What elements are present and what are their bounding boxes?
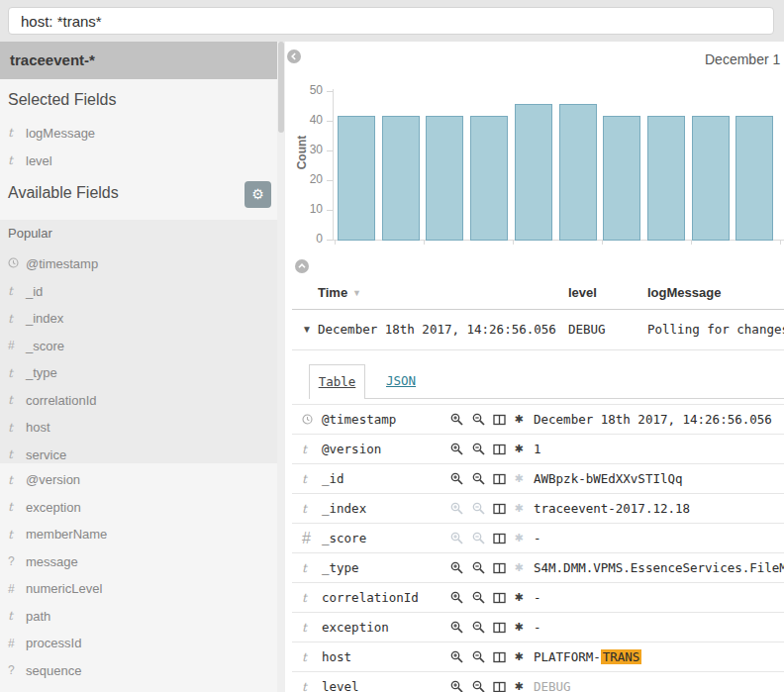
field-item-@version[interactable]: t@version [0,466,277,494]
filter-out-value-icon[interactable] [472,443,485,455]
field-item-_index[interactable]: t_index [0,305,277,333]
chevron-up-icon [298,262,306,270]
field-item-path[interactable]: tpath [0,603,277,631]
toggle-column-icon[interactable] [493,622,506,634]
filter-out-value-icon[interactable] [472,561,485,574]
field-item-message[interactable]: ?message [0,548,277,576]
filter-out-value-icon [472,532,485,544]
filter-for-field-present-icon[interactable]: ✱ [515,681,524,692]
filter-out-value-icon[interactable] [472,680,485,692]
x-tick-mark [335,241,336,245]
filter-for-field-present-icon[interactable]: ✱ [515,414,524,425]
search-input[interactable] [8,7,774,35]
field-item-logMessage[interactable]: tlogMessage [0,119,277,147]
field-type: ? [8,663,26,677]
toggle-column-icon[interactable] [493,651,506,663]
field-item-level[interactable]: tlevel [0,147,277,174]
field-type-string-icon: t [302,650,307,664]
field-item-_score[interactable]: #_score [0,333,277,360]
toggle-column-icon[interactable] [493,444,506,455]
filter-out-value-icon[interactable] [472,621,485,634]
field-label: @timestamp [26,256,98,271]
doc-field-row-_id: t_id✱AWBpzk-bWEdXXvSTIlQq [292,464,784,494]
field-item-service[interactable]: tservice [0,442,277,469]
toggle-column-icon[interactable] [493,473,506,485]
field-item-processId[interactable]: #processId [0,630,277,657]
field-item-sourceFileName[interactable]: tsourceFileName [0,684,277,692]
field-type: t [8,447,26,461]
column-header-level[interactable]: level [568,277,597,309]
expand-row-icon[interactable]: ▼ [302,309,312,349]
doc-field-name: exception [322,620,450,635]
field-type: # [8,582,26,596]
field-item-_id[interactable]: t_id [0,278,277,306]
filter-for-value-icon[interactable] [450,650,463,663]
field-settings-button[interactable]: ⚙ [245,181,271,208]
histogram-bar[interactable] [735,116,773,241]
available-fields-list: t@versiontexceptiontmemberName?message#n… [0,466,277,692]
filter-out-value-icon[interactable] [472,472,485,485]
collapse-chart-button[interactable] [295,259,309,273]
field-item-numericLevel[interactable]: #numericLevel [0,575,277,603]
filter-for-field-present-icon[interactable]: ✱ [515,622,524,633]
doc-field-name: _id [322,471,450,486]
tab-table[interactable]: Table [309,364,365,399]
histogram-bar[interactable] [692,116,730,241]
toggle-column-icon[interactable] [493,681,506,692]
filter-for-value-icon[interactable] [450,472,463,485]
filter-for-field-present-icon[interactable]: ✱ [515,592,524,603]
filter-for-value-icon[interactable] [450,443,463,455]
column-header-logmessage[interactable]: logMessage [647,277,721,309]
table-row[interactable]: ▼ December 18th 2017, 14:26:56.056 DEBUG… [292,309,784,350]
filter-for-value-icon[interactable] [450,561,463,574]
popular-fields-list: @timestampt_idt_index#_scoret_typetcorre… [0,250,277,468]
field-type-string-icon: t [302,502,307,516]
toggle-column-icon[interactable] [493,562,506,574]
filter-for-field-present-icon[interactable]: ✱ [515,651,524,662]
histogram-bar[interactable] [647,116,685,241]
doc-field-name: host [322,649,450,664]
field-item-_type[interactable]: t_type [0,359,277,387]
column-header-time[interactable]: Time▼ [318,277,361,309]
filter-for-value-icon[interactable] [450,680,463,692]
filter-for-field-present-icon[interactable]: ✱ [515,444,524,454]
index-pattern-title[interactable]: traceevent-* [0,42,277,79]
tab-json[interactable]: JSON [380,364,422,398]
field-type: t [8,393,26,407]
filter-for-value-icon[interactable] [450,591,463,604]
filter-for-value-icon[interactable] [450,621,463,634]
x-tick-mark [602,241,603,245]
histogram-bar[interactable] [515,104,552,241]
collapse-sidebar-button[interactable] [287,49,301,63]
histogram-bar[interactable] [603,116,640,241]
toggle-column-icon[interactable] [493,414,506,426]
field-type-number-icon: # [8,339,15,352]
field-type: t [8,609,26,623]
row-level-cell: DEBUG [568,309,606,349]
filter-for-value-icon[interactable] [450,413,463,426]
doc-field-value: AWBpzk-bWEdXXvSTIlQq [534,471,784,486]
field-type: t [8,500,26,514]
histogram-bar[interactable] [382,116,420,241]
field-item-sequence[interactable]: ?sequence [0,657,277,685]
field-label: _score [26,339,64,353]
toggle-column-icon[interactable] [493,503,506,515]
field-type-string-icon: t [8,447,13,461]
histogram-bar[interactable] [426,116,463,241]
field-item-correlationId[interactable]: tcorrelationId [0,387,277,415]
filter-out-value-icon[interactable] [472,413,485,426]
filter-out-value-icon[interactable] [472,591,485,604]
field-item-host[interactable]: thost [0,414,277,442]
field-item-exception[interactable]: texception [0,494,277,522]
field-item-@timestamp[interactable]: @timestamp [0,250,277,278]
filter-out-value-icon[interactable] [472,650,485,663]
sidebar-scrollbar-thumb[interactable] [278,42,284,133]
histogram-bar[interactable] [338,116,375,241]
histogram-bar[interactable] [470,116,508,241]
doc-field-actions: ✱ [450,680,534,692]
field-item-memberName[interactable]: tmemberName [0,521,277,548]
toggle-column-icon[interactable] [493,533,506,544]
toggle-column-icon[interactable] [493,592,506,604]
histogram-bar[interactable] [559,104,597,241]
doc-field-row-@version: t@version✱1 [292,435,784,464]
